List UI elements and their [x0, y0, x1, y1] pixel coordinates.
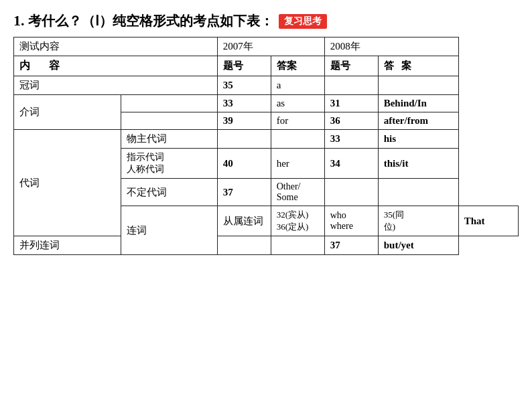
title-row: 1. 考什么？（Ⅰ）纯空格形式的考点如下表： 复习思考: [13, 12, 519, 30]
cell-jici-t08b: 36: [324, 112, 378, 130]
cell-lianci-a07b: [271, 236, 324, 255]
row-lianci-2: 并列连词 37 but/yet: [14, 236, 519, 255]
cell-lianci-t07a: 32(宾从) 36(定从): [271, 206, 324, 236]
table-header-row-1: 测试内容 2007年 2008年: [14, 37, 519, 56]
cell-lianci-t08b: 37: [324, 236, 378, 255]
cell-daici-t08a: 33: [324, 130, 378, 149]
header-daan-2007: 答案: [271, 56, 324, 76]
cell-daici-a07b: her: [271, 149, 324, 179]
header-cehyan: 测试内容: [14, 37, 218, 56]
cell-daici: 代词: [14, 130, 121, 236]
cell-daici-t08c: [324, 179, 378, 206]
cell-guanci-a08: [378, 76, 458, 95]
cell-jici-a08b: after/from: [378, 112, 458, 130]
cell-daici-a07c: Other/ Some: [271, 179, 324, 206]
cell-lianci-a07a: who where: [324, 206, 378, 236]
cell-daici-a08c: [378, 179, 458, 206]
cell-daici-t07b: 40: [217, 149, 271, 179]
review-badge: 复习思考: [279, 14, 327, 29]
header-2007: 2007年: [217, 37, 324, 56]
cell-lianci-a08a: That: [458, 206, 518, 236]
header-daan-2008: 答 案: [378, 56, 458, 76]
cell-jici-a08a: Behind/In: [378, 95, 458, 112]
row-guanci: 冠词 35 a: [14, 76, 519, 95]
row-daici-1: 代词 物主代词 33 his: [14, 130, 519, 149]
cell-daici-sub1: 物主代词: [121, 130, 218, 149]
cell-jici-sub1: [121, 95, 218, 112]
cell-jici-t07b: 39: [217, 112, 271, 130]
cell-daici-a07a: [271, 130, 324, 149]
header-tihao-2008: 题号: [324, 56, 378, 76]
cell-jici-sub2: [121, 112, 218, 130]
cell-jici-a07a: as: [271, 95, 324, 112]
cell-guanci-a07: a: [271, 76, 324, 95]
cell-guanci-t08: [324, 76, 378, 95]
cell-daici-t07a: [217, 130, 271, 149]
table-header-row-2: 内 容 题号 答案 题号 答 案: [14, 56, 519, 76]
cell-lianci-sub2: 并列连词: [14, 236, 121, 255]
cell-lianci: 连词: [121, 206, 218, 255]
cell-daici-a08b: this/it: [378, 149, 458, 179]
cell-lianci-sub1: 从属连词: [217, 206, 271, 236]
cell-jici: 介词: [14, 95, 121, 130]
cell-lianci-t08a: 35(同 位): [378, 206, 458, 236]
cell-daici-t07c: 37: [217, 179, 271, 206]
cell-daici-sub3: 不定代词: [121, 179, 218, 206]
cell-jici-t08a: 31: [324, 95, 378, 112]
header-2008: 2008年: [324, 37, 458, 56]
cell-jici-a07b: for: [271, 112, 324, 130]
cell-daici-a08a: his: [378, 130, 458, 149]
cell-guanci: 冠词: [14, 76, 218, 95]
cell-daici-sub2: 指示代词 人称代词: [121, 149, 218, 179]
cell-lianci-t07b: [217, 236, 271, 255]
cell-lianci-a08b: but/yet: [378, 236, 458, 255]
main-table: 测试内容 2007年 2008年 内 容 题号 答案 题号 答 案 冠词 35 …: [13, 37, 519, 255]
cell-jici-t07a: 33: [217, 95, 271, 112]
cell-daici-t08b: 34: [324, 149, 378, 179]
page-title: 1. 考什么？（Ⅰ）纯空格形式的考点如下表：: [13, 12, 273, 30]
header-neirong: 内 容: [14, 56, 218, 76]
row-jici-1: 介词 33 as 31 Behind/In: [14, 95, 519, 112]
cell-guanci-t07: 35: [217, 76, 271, 95]
header-tihao-2007: 题号: [217, 56, 271, 76]
